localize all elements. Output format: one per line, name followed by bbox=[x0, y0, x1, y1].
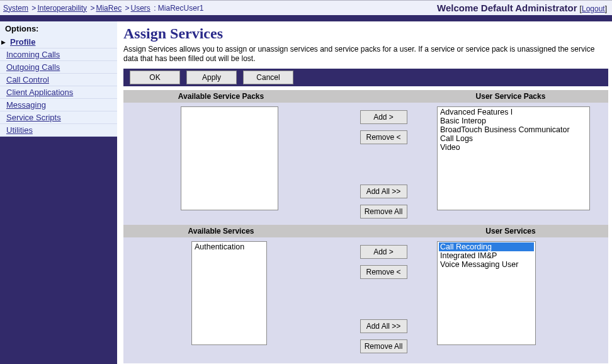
service-move-buttons: Add > Remove < Add All >> Remove All bbox=[336, 241, 431, 353]
logout-brackets: [Logout] bbox=[580, 4, 607, 13]
shell: Options: Profile Incoming Calls Outgoing… bbox=[0, 21, 612, 364]
ok-button[interactable]: OK bbox=[130, 71, 180, 84]
user-service-packs-list[interactable]: Advanced Features IBasic InteropBroadTou… bbox=[437, 106, 590, 210]
header-available-services: Available Services bbox=[123, 227, 300, 236]
sidebar-item-label[interactable]: Outgoing Calls bbox=[6, 62, 60, 72]
available-services-list[interactable]: Authentication bbox=[191, 241, 267, 345]
breadcrumb-interoperability[interactable]: Interoperability bbox=[37, 4, 87, 13]
button-bar: OK Apply Cancel bbox=[123, 69, 608, 86]
breadcrumb-system[interactable]: System bbox=[3, 4, 28, 13]
section-header-services: Available Services User Services bbox=[123, 225, 608, 237]
sidebar-item-label[interactable]: Service Scripts bbox=[6, 113, 61, 122]
separator-bar bbox=[0, 15, 612, 21]
header-user-service-packs: User Service Packs bbox=[413, 92, 608, 101]
apply-button[interactable]: Apply bbox=[186, 71, 237, 84]
main: Assign Services Assign Services allows y… bbox=[117, 21, 612, 364]
topbar: System >Interoperability >MiaRec >Users … bbox=[0, 0, 612, 15]
logout-link[interactable]: Logout bbox=[582, 4, 605, 13]
sidebar-item-call-control[interactable]: Call Control bbox=[0, 74, 117, 86]
add-all-services-button[interactable]: Add All >> bbox=[360, 319, 407, 333]
sidebar-item-label[interactable]: Profile bbox=[10, 37, 35, 47]
welcome-text: Welcome Default Administrator bbox=[437, 3, 577, 13]
welcome-line: Welcome Default Administrator [Logout] bbox=[437, 3, 607, 13]
sidebar-item-profile[interactable]: Profile bbox=[0, 36, 117, 48]
remove-all-packs-button[interactable]: Remove All bbox=[360, 205, 407, 219]
add-all-packs-button[interactable]: Add All >> bbox=[360, 185, 407, 198]
list-item[interactable]: Authentication bbox=[193, 242, 265, 251]
list-item[interactable]: Integrated IM&P bbox=[439, 251, 534, 260]
sidebar-item-label[interactable]: Messaging bbox=[6, 100, 46, 110]
sidebar: Options: Profile Incoming Calls Outgoing… bbox=[0, 21, 117, 364]
sidebar-item-utilities[interactable]: Utilities bbox=[0, 124, 117, 137]
services-row: Authentication Add > Remove < Add All >>… bbox=[123, 237, 608, 356]
breadcrumb-sep: > bbox=[90, 4, 94, 13]
breadcrumb-sep: > bbox=[31, 4, 36, 13]
user-services-list[interactable]: Call RecordingIntegrated IM&PVoice Messa… bbox=[437, 241, 536, 345]
sidebar-item-client-applications[interactable]: Client Applications bbox=[0, 86, 117, 99]
header-available-service-packs: Available Service Packs bbox=[123, 92, 300, 101]
remove-service-button[interactable]: Remove < bbox=[360, 265, 407, 279]
section-header-service-packs: Available Service Packs User Service Pac… bbox=[123, 90, 608, 103]
sidebar-item-messaging[interactable]: Messaging bbox=[0, 99, 117, 111]
page-title: Assign Services bbox=[123, 25, 608, 42]
header-user-services: User Services bbox=[413, 227, 608, 236]
list-item[interactable]: Basic Interop bbox=[439, 117, 588, 125]
sidebar-item-label[interactable]: Utilities bbox=[6, 125, 33, 135]
content-area: Available Service Packs User Service Pac… bbox=[123, 90, 608, 363]
remove-all-services-button[interactable]: Remove All bbox=[360, 339, 407, 353]
cancel-button[interactable]: Cancel bbox=[243, 71, 293, 84]
sidebar-title: Options: bbox=[0, 21, 117, 36]
list-item[interactable]: Video bbox=[439, 143, 588, 152]
available-service-packs-list[interactable] bbox=[181, 106, 278, 210]
add-pack-button[interactable]: Add > bbox=[360, 110, 407, 124]
remove-pack-button[interactable]: Remove < bbox=[360, 130, 407, 144]
list-item[interactable]: Voice Messaging User bbox=[439, 260, 534, 269]
breadcrumb-miarec[interactable]: MiaRec bbox=[96, 4, 122, 13]
sidebar-item-service-scripts[interactable]: Service Scripts bbox=[0, 111, 117, 124]
list-item[interactable]: Call Logs bbox=[439, 134, 588, 143]
page-description: Assign Services allows you to assign or … bbox=[123, 45, 608, 64]
sidebar-item-label[interactable]: Incoming Calls bbox=[6, 50, 60, 59]
list-item[interactable]: Call Recording bbox=[439, 242, 534, 251]
sidebar-item-label[interactable]: Call Control bbox=[6, 75, 49, 84]
breadcrumb-users[interactable]: Users bbox=[131, 4, 150, 13]
add-service-button[interactable]: Add > bbox=[360, 245, 407, 259]
breadcrumb-sep: > bbox=[125, 4, 129, 13]
service-packs-row: Add > Remove < Add All >> Remove All Adv… bbox=[123, 103, 608, 221]
list-item[interactable]: BroadTouch Business Communicator bbox=[439, 125, 588, 134]
sidebar-item-incoming-calls[interactable]: Incoming Calls bbox=[0, 48, 117, 61]
breadcrumb: System >Interoperability >MiaRec >Users … bbox=[2, 4, 204, 13]
breadcrumb-current: : MiaRecUser1 bbox=[154, 4, 203, 13]
sidebar-item-outgoing-calls[interactable]: Outgoing Calls bbox=[0, 61, 117, 74]
list-item[interactable]: Advanced Features I bbox=[439, 108, 588, 117]
sidebar-item-label[interactable]: Client Applications bbox=[6, 88, 73, 97]
pack-move-buttons: Add > Remove < Add All >> Remove All bbox=[336, 106, 431, 219]
